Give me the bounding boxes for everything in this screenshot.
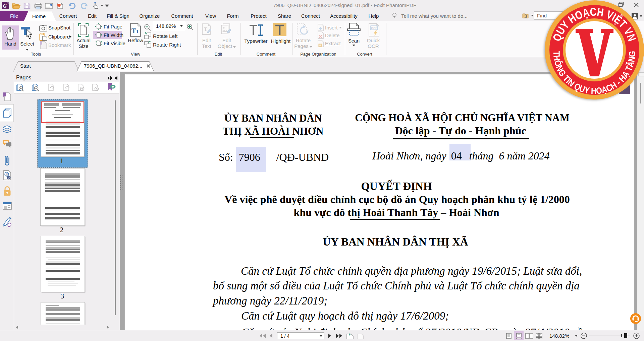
svg-text:@: @ — [6, 173, 9, 176]
svg-text:Start: Start — [20, 63, 31, 69]
svg-text:T: T — [131, 27, 136, 35]
svg-text:G: G — [3, 3, 7, 9]
svg-text:T: T — [136, 29, 139, 34]
svg-text:OCR: OCR — [371, 26, 378, 30]
svg-text:T: T — [204, 26, 207, 32]
svg-text:7906_QĐ-UBND_04062...: 7906_QĐ-UBND_04062... — [84, 63, 142, 69]
